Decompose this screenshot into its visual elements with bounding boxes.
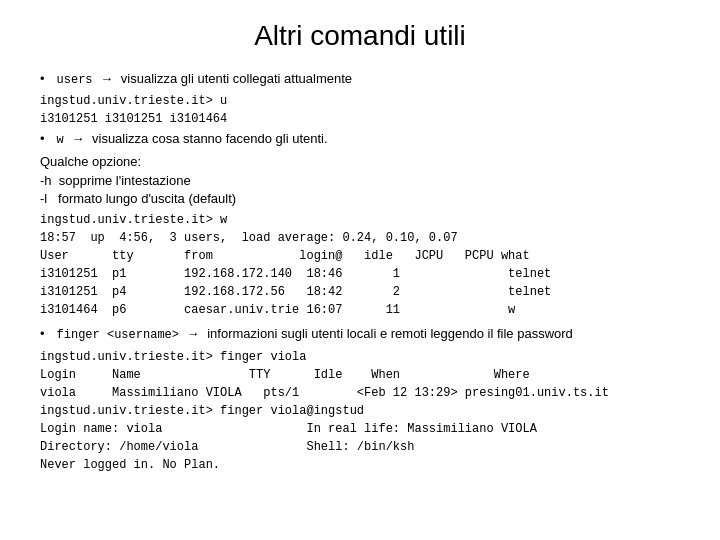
bullet-2: • xyxy=(40,130,45,149)
page-title: Altri comandi utili xyxy=(40,20,680,52)
desc-users: visualizza gli utenti collegati attualme… xyxy=(121,70,352,89)
users-output: ingstud.univ.trieste.it> u i3101251 i310… xyxy=(40,92,680,128)
w-output: ingstud.univ.trieste.it> w 18:57 up 4:56… xyxy=(40,211,680,319)
bullet-item-finger: • finger <username> → informazioni sugli… xyxy=(40,325,680,344)
qualche-opzione-label: Qualche opzione: xyxy=(40,153,680,172)
bullet-item-w: • w → visualizza cosa stanno facendo gli… xyxy=(40,130,680,149)
cmd-finger: finger <username> xyxy=(57,327,179,344)
arrow-3: → xyxy=(183,325,203,344)
arrow-2: → xyxy=(68,130,88,149)
bullet-item-users: • users → visualizza gli utenti collegat… xyxy=(40,70,680,89)
cmd-w: w xyxy=(57,132,64,149)
content-area: • users → visualizza gli utenti collegat… xyxy=(40,70,680,474)
bullet-1: • xyxy=(40,70,45,89)
desc-finger: informazioni sugli utenti locali e remot… xyxy=(207,325,573,344)
option-h: -h sopprime l'intestazione xyxy=(40,172,680,191)
desc-w: visualizza cosa stanno facendo gli utent… xyxy=(92,130,328,149)
bullet-3: • xyxy=(40,325,45,344)
cmd-users: users xyxy=(57,72,93,89)
option-l: -l formato lungo d'uscita (default) xyxy=(40,190,680,209)
finger-output: ingstud.univ.trieste.it> finger viola Lo… xyxy=(40,348,680,474)
arrow-1: → xyxy=(97,70,117,89)
page: Altri comandi utili • users → visualizza… xyxy=(0,0,720,540)
